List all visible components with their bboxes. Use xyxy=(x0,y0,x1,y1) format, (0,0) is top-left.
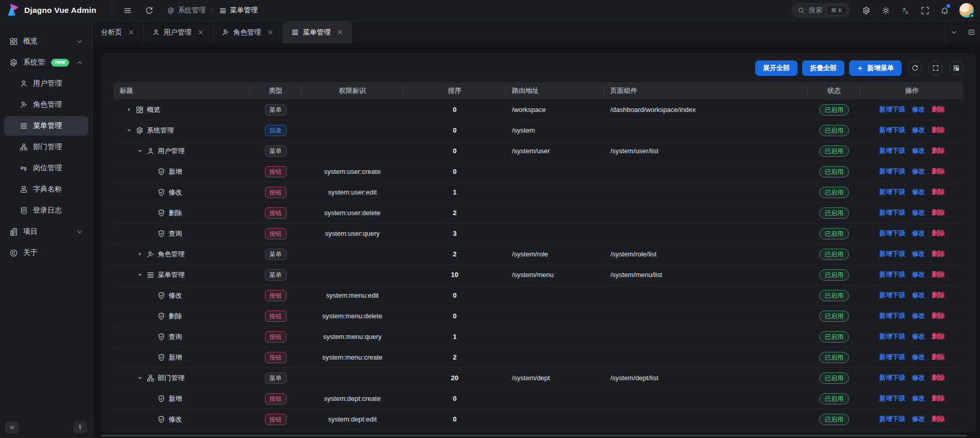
sidebar-toggle-button[interactable] xyxy=(119,2,136,19)
sidebar-item-project[interactable]: 项目 xyxy=(4,222,88,241)
column-header-permission[interactable]: 权限标识 xyxy=(301,86,404,95)
close-icon[interactable] xyxy=(267,28,274,36)
action-delete[interactable]: 删除 xyxy=(932,229,944,238)
action-delete[interactable]: 删除 xyxy=(932,353,944,362)
action-edit[interactable]: 修改 xyxy=(912,270,925,279)
sidebar-item-about[interactable]: 关于 xyxy=(4,243,88,263)
column-header-type[interactable]: 类型 xyxy=(250,86,301,95)
action-edit[interactable]: 修改 xyxy=(912,291,925,300)
action-add-child[interactable]: 新增下级 xyxy=(879,208,905,217)
global-search[interactable]: 搜索 ⌘ K xyxy=(791,3,850,18)
theme-toggle-button[interactable] xyxy=(877,2,894,19)
action-delete[interactable]: 删除 xyxy=(932,270,944,279)
action-delete[interactable]: 删除 xyxy=(932,208,944,217)
breadcrumb-item-system[interactable]: 系统管理 xyxy=(167,6,206,15)
action-edit[interactable]: 修改 xyxy=(912,126,925,135)
action-delete[interactable]: 删除 xyxy=(932,250,944,258)
action-add-child[interactable]: 新增下级 xyxy=(879,250,905,258)
breadcrumb-item-menu[interactable]: 菜单管理 xyxy=(219,6,258,15)
action-add-child[interactable]: 新增下级 xyxy=(879,167,905,176)
avatar[interactable] xyxy=(959,3,974,18)
close-icon[interactable] xyxy=(197,28,205,36)
tab-role[interactable]: 角色管理 xyxy=(213,21,283,43)
sidebar-pin-button[interactable] xyxy=(73,421,87,433)
action-delete[interactable]: 删除 xyxy=(932,415,944,424)
close-icon[interactable] xyxy=(336,28,344,36)
action-add-child[interactable]: 新增下级 xyxy=(879,415,905,424)
action-edit[interactable]: 修改 xyxy=(912,208,925,217)
action-add-child[interactable]: 新增下级 xyxy=(879,332,905,341)
column-header-route[interactable]: 路由地址 xyxy=(506,86,604,95)
tab-user[interactable]: 用户管理 xyxy=(144,21,213,43)
sidebar-item-system[interactable]: 系统管理new xyxy=(4,53,88,72)
action-delete[interactable]: 删除 xyxy=(932,188,944,197)
action-add-child[interactable]: 新增下级 xyxy=(879,374,905,382)
caret-down-icon[interactable] xyxy=(137,375,143,381)
action-add-child[interactable]: 新增下级 xyxy=(879,229,905,238)
horizontal-scrollbar[interactable] xyxy=(101,435,967,436)
tab-menu[interactable]: 菜单管理 xyxy=(283,21,352,43)
fullscreen-button[interactable] xyxy=(916,2,934,19)
expand-all-button[interactable]: 展开全部 xyxy=(755,60,798,76)
caret-down-icon[interactable] xyxy=(137,271,143,278)
action-edit[interactable]: 修改 xyxy=(912,353,925,362)
action-delete[interactable]: 删除 xyxy=(932,126,944,135)
action-edit[interactable]: 修改 xyxy=(912,188,925,197)
action-edit[interactable]: 修改 xyxy=(912,415,925,424)
language-button[interactable]: 文A xyxy=(896,2,914,19)
action-delete[interactable]: 删除 xyxy=(932,167,944,176)
close-icon[interactable] xyxy=(127,28,135,36)
settings-button[interactable] xyxy=(857,2,875,19)
tab-menu-button[interactable] xyxy=(945,21,962,43)
action-add-child[interactable]: 新增下级 xyxy=(879,270,905,279)
sidebar-collapse-button[interactable] xyxy=(5,421,19,433)
action-add-child[interactable]: 新增下级 xyxy=(879,188,905,197)
action-add-child[interactable]: 新增下级 xyxy=(879,353,905,362)
action-edit[interactable]: 修改 xyxy=(912,229,925,238)
action-edit[interactable]: 修改 xyxy=(912,105,925,114)
action-edit[interactable]: 修改 xyxy=(912,147,925,155)
sidebar-item-menu[interactable]: 菜单管理 xyxy=(4,116,88,136)
notifications-button[interactable] xyxy=(936,2,953,19)
action-add-child[interactable]: 新增下级 xyxy=(879,312,905,320)
action-delete[interactable]: 删除 xyxy=(932,105,944,114)
sidebar-item-dept[interactable]: 部门管理 xyxy=(4,137,88,157)
column-header-status[interactable]: 状态 xyxy=(808,86,860,95)
action-delete[interactable]: 删除 xyxy=(932,291,944,300)
sidebar-item-dict[interactable]: 字典名称 xyxy=(4,180,88,199)
action-delete[interactable]: 删除 xyxy=(932,147,944,155)
action-edit[interactable]: 修改 xyxy=(912,394,925,403)
content-maximize-button[interactable] xyxy=(962,21,980,43)
collapse-all-button[interactable]: 折叠全部 xyxy=(802,60,844,76)
action-add-child[interactable]: 新增下级 xyxy=(879,105,905,114)
action-add-child[interactable]: 新增下级 xyxy=(879,147,905,155)
sidebar-item-post[interactable]: Pg岗位管理 xyxy=(4,158,88,178)
add-menu-button[interactable]: 新增菜单 xyxy=(849,60,902,76)
sidebar-item-user[interactable]: 用户管理 xyxy=(4,74,88,93)
column-settings-button[interactable] xyxy=(949,61,964,75)
sidebar-item-login-log[interactable]: 登录日志 xyxy=(4,201,88,220)
refresh-page-button[interactable] xyxy=(140,2,158,19)
column-header-actions[interactable]: 操作 xyxy=(860,86,964,95)
action-add-child[interactable]: 新增下级 xyxy=(879,394,905,403)
column-header-title[interactable]: 标题 xyxy=(113,86,250,95)
action-edit[interactable]: 修改 xyxy=(912,312,925,320)
refresh-table-button[interactable] xyxy=(908,61,922,75)
action-add-child[interactable]: 新增下级 xyxy=(879,126,905,135)
column-header-component[interactable]: 页面组件 xyxy=(604,86,808,95)
caret-down-icon[interactable] xyxy=(126,127,132,134)
table-fullscreen-button[interactable] xyxy=(928,61,943,75)
action-edit[interactable]: 修改 xyxy=(912,374,925,382)
action-delete[interactable]: 删除 xyxy=(932,394,944,403)
action-edit[interactable]: 修改 xyxy=(912,332,925,341)
sidebar-item-role[interactable]: 角色管理 xyxy=(4,95,88,115)
action-edit[interactable]: 修改 xyxy=(912,167,925,176)
caret-right-icon[interactable] xyxy=(126,106,132,113)
action-edit[interactable]: 修改 xyxy=(912,250,925,258)
action-delete[interactable]: 删除 xyxy=(932,332,944,341)
column-header-order[interactable]: 排序 xyxy=(404,86,506,95)
caret-right-icon[interactable] xyxy=(137,251,143,257)
action-add-child[interactable]: 新增下级 xyxy=(879,291,905,300)
caret-down-icon[interactable] xyxy=(137,148,143,154)
action-delete[interactable]: 删除 xyxy=(932,374,944,382)
